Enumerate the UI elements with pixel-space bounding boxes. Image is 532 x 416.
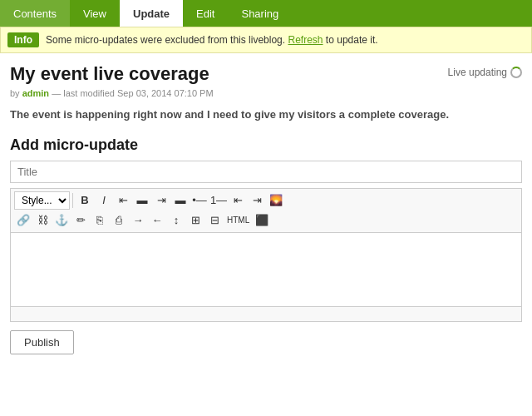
info-bar: Info Some micro-updates were excluded fr… bbox=[0, 27, 532, 53]
page-description: The event is happening right now and I n… bbox=[10, 106, 522, 123]
publish-button[interactable]: Publish bbox=[10, 330, 74, 354]
rte-toolbar: Style... B I ⇤ ▬ ⇥ ▬ •― 1― ⇤ ⇥ 🌄 🔗 ⛓ ⚓ ✏… bbox=[10, 188, 522, 232]
unlink-button[interactable]: ⛓ bbox=[33, 211, 52, 230]
anchor-button[interactable]: ⚓ bbox=[52, 211, 71, 230]
align-center-button[interactable]: ▬ bbox=[133, 191, 151, 210]
link-button[interactable]: 🔗 bbox=[14, 211, 32, 230]
outdent-button[interactable]: ⇤ bbox=[229, 191, 247, 210]
italic-button[interactable]: I bbox=[95, 191, 113, 210]
indent-button[interactable]: ⇥ bbox=[248, 191, 266, 210]
align-left-button[interactable]: ⇤ bbox=[114, 191, 132, 210]
ordered-list-button[interactable]: 1― bbox=[209, 191, 228, 210]
toolbar-row-2: 🔗 ⛓ ⚓ ✏ ⎘ ⎙ → ← ↕ ⊞ ⊟ HTML ⬛ bbox=[14, 211, 518, 230]
tab-edit[interactable]: Edit bbox=[183, 0, 228, 27]
tab-sharing[interactable]: Sharing bbox=[228, 0, 292, 27]
tab-bar: Contents View Update Edit Sharing bbox=[0, 0, 532, 27]
fullscreen-button[interactable]: ⬛ bbox=[253, 211, 271, 230]
loading-spinner bbox=[510, 67, 522, 78]
page-meta: by admin — last modified Sep 03, 2014 07… bbox=[10, 88, 522, 98]
crop-button[interactable]: ⎘ bbox=[91, 211, 109, 230]
table-props-button[interactable]: ⊟ bbox=[205, 211, 224, 230]
live-updating-indicator: Live updating bbox=[448, 67, 522, 78]
tab-view[interactable]: View bbox=[70, 0, 120, 27]
html-button[interactable]: HTML bbox=[224, 211, 252, 230]
move-down-button[interactable]: ↕ bbox=[167, 211, 185, 230]
tab-contents[interactable]: Contents bbox=[0, 0, 70, 27]
refresh-link[interactable]: Refresh bbox=[288, 34, 323, 46]
main-content: Live updating My event live coverage by … bbox=[0, 53, 532, 363]
move-left-button[interactable]: ← bbox=[148, 211, 166, 230]
align-right-button[interactable]: ⇥ bbox=[152, 191, 170, 210]
bold-button[interactable]: B bbox=[76, 191, 94, 210]
add-micro-update-title: Add micro-update bbox=[10, 136, 522, 154]
unordered-list-button[interactable]: •― bbox=[190, 191, 209, 210]
tab-update[interactable]: Update bbox=[120, 0, 183, 27]
micro-update-title-input[interactable] bbox=[10, 161, 522, 183]
justify-button[interactable]: ▬ bbox=[171, 191, 190, 210]
rte-editor[interactable] bbox=[10, 232, 522, 307]
resize-button[interactable]: ⎙ bbox=[110, 211, 128, 230]
info-badge: Info bbox=[7, 32, 39, 47]
toolbar-separator bbox=[72, 193, 73, 208]
page-title: My event live coverage bbox=[10, 63, 522, 85]
rte-status-bar bbox=[10, 307, 522, 322]
edit-button[interactable]: ✏ bbox=[71, 211, 90, 230]
table-button[interactable]: ⊞ bbox=[186, 211, 204, 230]
toolbar-row-1: Style... B I ⇤ ▬ ⇥ ▬ •― 1― ⇤ ⇥ 🌄 bbox=[14, 191, 518, 210]
info-message: Some micro-updates were excluded from th… bbox=[46, 34, 378, 46]
move-right-button[interactable]: → bbox=[129, 211, 147, 230]
live-updating-label: Live updating bbox=[448, 67, 507, 78]
image-button[interactable]: 🌄 bbox=[267, 191, 285, 210]
style-dropdown[interactable]: Style... bbox=[14, 191, 70, 210]
